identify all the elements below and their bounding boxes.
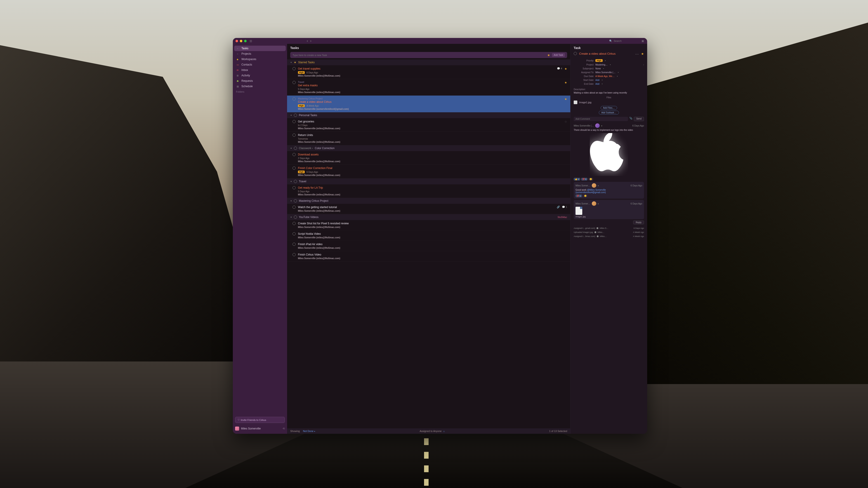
task-row[interactable]: Finish Color Correction Final High6 Days… (287, 165, 570, 178)
task-row[interactable]: Get groceries In 2 Days Miles Somerville… (287, 118, 570, 132)
task-complete-circle[interactable] (292, 81, 296, 84)
task-row[interactable]: Mastering Cirkus Project Create a video … (287, 96, 570, 112)
task-complete-circle[interactable] (292, 205, 296, 209)
task-complete-circle[interactable] (292, 242, 296, 246)
task-row[interactable]: Finish iPad Air video Miles Somerville (… (287, 241, 570, 251)
section-header[interactable]: ▼YouTube Videos9to5Mac (287, 214, 570, 220)
star-icon[interactable]: ★ (641, 52, 644, 56)
sidebar-item-workspaces[interactable]: ◆Workspaces (233, 57, 287, 62)
project-value[interactable]: Mastering… (595, 64, 608, 66)
sidebar-item-tasks[interactable]: ○Tasks (234, 46, 286, 51)
section-header[interactable]: ▼★Starred Tasks (287, 59, 570, 65)
task-complete-circle[interactable] (292, 186, 296, 189)
file-row[interactable]: Image1.jpg (574, 100, 644, 105)
file-attachment-icon[interactable] (576, 207, 582, 215)
task-row[interactable]: Create Shot list for Pixel 5 revisited r… (287, 220, 570, 230)
new-task-input[interactable] (292, 54, 546, 57)
task-complete-circle[interactable] (292, 222, 296, 225)
current-user-row[interactable]: Miles Somerville ⟲ (233, 425, 287, 432)
star-icon[interactable]: ★ (547, 53, 550, 57)
reaction[interactable]: 💯 1 (576, 195, 582, 197)
task-title: Get extra masks (298, 84, 562, 87)
task-complete-circle[interactable] (292, 67, 296, 70)
minimize-window-button[interactable] (240, 40, 242, 42)
task-row[interactable]: Download assets 2 Days Ago Miles Somervi… (287, 151, 570, 165)
task-complete-circle[interactable] (292, 166, 296, 170)
search-field[interactable]: 🔍 (609, 39, 636, 42)
window-controls (236, 40, 247, 42)
due-text: 6 Days Ago (307, 71, 318, 74)
sidebar-item-requests[interactable]: ☗Requests (233, 78, 287, 84)
panel-toggle-icon[interactable]: ▣ (641, 39, 645, 43)
assigned-filter[interactable]: Assigned to Anyone ◇ (420, 430, 444, 432)
subproject-value[interactable]: None (595, 67, 601, 70)
status-dot-icon: ● (601, 125, 602, 127)
comment-input[interactable] (574, 117, 628, 121)
task-row[interactable]: Finish Cirkus Video Miles Somerville (mi… (287, 251, 570, 262)
task-row[interactable]: Script Nvidia Video Miles Somerville (mi… (287, 230, 570, 241)
task-row[interactable]: Return Units Tomorrow Miles Somerville (… (287, 132, 570, 145)
task-complete-circle[interactable] (292, 232, 296, 235)
star-icon[interactable]: ☆ (564, 120, 567, 123)
reply-button[interactable]: Reply (633, 221, 644, 224)
sidebar-folders-label[interactable]: Folders (233, 89, 287, 94)
task-row[interactable]: Get ready for LA Trip 5 Days Ago Miles S… (287, 184, 570, 198)
sidebar-item-contacts[interactable]: ▭Contacts (233, 62, 287, 67)
section-circle-icon (294, 199, 297, 202)
fullscreen-window-button[interactable] (244, 40, 247, 42)
section-header[interactable]: ▼Mastering Cirkus Project (287, 198, 570, 204)
sidebar-item-activity[interactable]: ⊞Activity (233, 73, 287, 78)
mention[interactable]: @Miles Somerville (587, 189, 606, 191)
add-subtask-button[interactable]: Add Subtask… (599, 111, 619, 115)
more-icon[interactable]: ⋯ (635, 52, 639, 56)
sidebar-item-schedule[interactable]: ▤Schedule (233, 84, 287, 89)
section-header[interactable]: ▼Personal Tasks (287, 112, 570, 118)
star-icon[interactable]: ★ (564, 81, 567, 84)
task-row[interactable]: Get travel supplies High6 Days Ago Miles… (287, 65, 570, 79)
due-date-value[interactable]: A Week Ago, We… (595, 75, 615, 77)
assigned-value[interactable]: Miles Somerville (… (595, 71, 616, 74)
task-complete-circle[interactable] (292, 120, 296, 123)
task-complete-circle[interactable] (292, 133, 296, 137)
star-icon[interactable]: ★ (564, 67, 567, 70)
task-category: Mastering Cirkus Project (298, 97, 562, 100)
send-button[interactable]: Send (634, 117, 644, 121)
back-button[interactable]: ‹ (307, 39, 308, 43)
task-title: Download assets (298, 153, 567, 156)
selection-count: 1 of 13 Selected (549, 430, 567, 432)
sidebar-item-projects[interactable]: ○Projects (233, 51, 287, 57)
add-reaction-button[interactable]: 😊 (583, 195, 588, 197)
sidebar-toggle-icon[interactable]: ▥ (249, 39, 252, 43)
tasks-icon: ○ (236, 47, 239, 50)
sidebar-item-inbox[interactable]: ✉Inbox (233, 67, 287, 73)
section-header[interactable]: ▼Travel (287, 178, 570, 184)
star-icon[interactable]: ★ (564, 97, 567, 101)
section-header[interactable]: ▼Classwork › Color Correction (287, 145, 570, 151)
task-row[interactable]: Watch the getting started tutorial Miles… (287, 204, 570, 214)
reaction[interactable]: 👍 1 (574, 178, 580, 181)
add-files-button[interactable]: Add Files… (600, 106, 617, 110)
settings-icon[interactable]: ⟲ (283, 427, 285, 430)
task-row[interactable]: Travel Get extra masks 5 Days Ago Miles … (287, 79, 570, 96)
comment-author: Miles Somerville (… (574, 125, 594, 127)
add-reaction-button[interactable]: 😊 (588, 178, 593, 181)
priority-pill[interactable]: High (595, 59, 602, 62)
task-complete-circle[interactable] (292, 97, 296, 101)
chevron-down-icon: ▼ (290, 147, 292, 149)
start-date-add[interactable]: Add (595, 79, 599, 81)
task-complete-circle[interactable] (574, 52, 577, 55)
add-task-button[interactable]: Add Task (552, 53, 565, 57)
search-input[interactable] (614, 39, 636, 42)
end-date-add[interactable]: Add (595, 83, 599, 85)
invite-friends-button[interactable]: ♡ Invite Friends to Cirkus (235, 417, 285, 423)
attach-icon[interactable]: 📎 (629, 117, 632, 121)
reaction[interactable]: 💯 1 (581, 178, 588, 181)
task-complete-circle[interactable] (292, 153, 296, 156)
showing-filter[interactable]: Not Done ▾ (303, 430, 315, 432)
close-window-button[interactable] (236, 40, 238, 42)
task-complete-circle[interactable] (292, 253, 296, 256)
section-circle-icon (294, 180, 297, 183)
goto-icon[interactable]: › (643, 63, 644, 66)
section-circle-icon (294, 216, 297, 219)
forward-button[interactable]: › (310, 39, 311, 43)
